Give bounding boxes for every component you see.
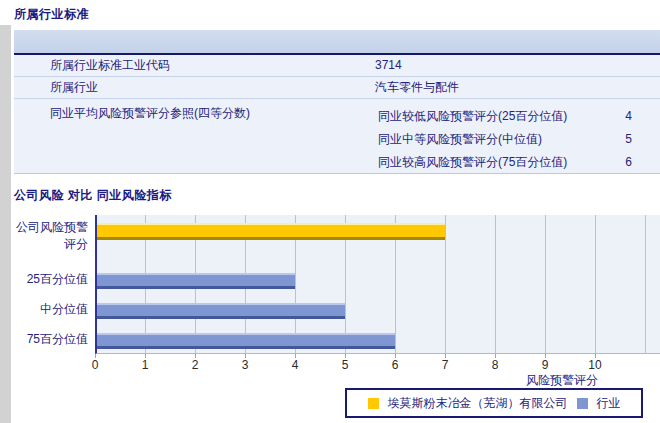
tick-label: 4 xyxy=(280,358,310,372)
sub-row-value: 4 xyxy=(625,105,632,128)
chart-category-labels: 公司风险预警 评分25百分位值中分位值75百分位值 xyxy=(0,215,88,354)
bar-中分位值 xyxy=(97,303,345,319)
category-label: 25百分位值 xyxy=(0,271,88,288)
tick-label: 8 xyxy=(480,358,510,372)
sub-row-75th-percentile: 同业较高风险预警评分(75百分位值) 6 xyxy=(378,151,632,174)
gridline xyxy=(495,215,496,353)
report-page: 所属行业标准 所属行业标准工业代码 3714 所属行业 汽车零件与配件 同业平均… xyxy=(0,0,660,423)
row-label: 同业平均风险预警评分参照(四等分数) xyxy=(50,105,250,122)
tick-label: 5 xyxy=(330,358,360,372)
x-axis-label: 风险预警评分 xyxy=(526,372,598,389)
table-header-band xyxy=(14,30,660,55)
gridline xyxy=(645,215,646,353)
tick-label: 0 xyxy=(80,358,110,372)
sub-row-median: 同业中等风险预警评分(中位值) 5 xyxy=(378,128,632,151)
legend-swatch-industry xyxy=(577,398,588,409)
gridline xyxy=(445,215,446,353)
section-title-risk-comparison: 公司风险 对比 同业风险指标 xyxy=(14,187,172,204)
category-label: 公司风险预警 评分 xyxy=(0,219,88,253)
tick-label: 6 xyxy=(380,358,410,372)
legend-label-company: 埃莫斯粉末冶金（芜湖）有限公司 xyxy=(388,395,568,412)
legend-swatch-company xyxy=(368,398,379,409)
table-row-peer-scores: 同业平均风险预警评分参照(四等分数) 同业较低风险预警评分(25百分位值) 4 … xyxy=(14,99,660,174)
risk-comparison-bar-chart: 公司风险预警 评分25百分位值中分位值75百分位值 012345678910 风… xyxy=(0,215,660,385)
sub-row-value: 6 xyxy=(625,151,632,174)
section-title-industry-standard: 所属行业标准 xyxy=(14,6,89,23)
tick-label: 7 xyxy=(430,358,460,372)
category-label: 75百分位值 xyxy=(0,331,88,348)
bar-公司风险预警评分 xyxy=(97,223,445,240)
row-value: 汽车零件与配件 xyxy=(375,77,459,98)
row-value: 3714 xyxy=(375,55,402,76)
sub-row-label: 同业中等风险预警评分(中位值) xyxy=(378,128,542,151)
row-label: 所属行业标准工业代码 xyxy=(50,55,170,76)
sub-row-value: 5 xyxy=(625,128,632,151)
tick-label: 9 xyxy=(530,358,560,372)
industry-standard-table: 所属行业标准工业代码 3714 所属行业 汽车零件与配件 同业平均风险预警评分参… xyxy=(14,30,660,174)
row-label: 所属行业 xyxy=(50,77,98,98)
gridline xyxy=(545,215,546,353)
plot-area xyxy=(95,215,660,354)
sub-row-label: 同业较低风险预警评分(25百分位值) xyxy=(378,105,567,128)
sub-row-label: 同业较高风险预警评分(75百分位值) xyxy=(378,151,567,174)
tick-label: 1 xyxy=(130,358,160,372)
tick-label: 2 xyxy=(180,358,210,372)
table-row-industry-code: 所属行业标准工业代码 3714 xyxy=(14,55,660,77)
gridline xyxy=(595,215,596,353)
bar-75百分位值 xyxy=(97,333,395,349)
chart-legend: 埃莫斯粉末冶金（芜湖）有限公司 行业 xyxy=(345,388,643,418)
legend-label-industry: 行业 xyxy=(597,395,621,412)
tick-label: 3 xyxy=(230,358,260,372)
tick-label: 10 xyxy=(580,358,610,372)
sub-row-25th-percentile: 同业较低风险预警评分(25百分位值) 4 xyxy=(378,105,632,128)
table-row-industry: 所属行业 汽车零件与配件 xyxy=(14,77,660,99)
bar-25百分位值 xyxy=(97,273,295,289)
category-label: 中分位值 xyxy=(0,301,88,318)
